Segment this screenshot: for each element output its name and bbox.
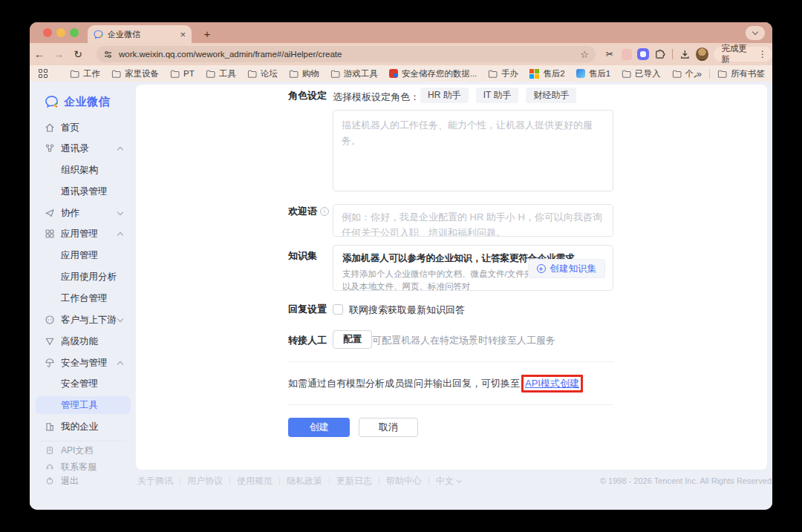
site-info-icon[interactable] (103, 50, 113, 59)
sidebar-item-contacts-management[interactable]: 通讯录管理 (30, 183, 136, 200)
sidebar-divider (39, 441, 127, 441)
tab-close-icon[interactable]: × (180, 30, 186, 39)
role-description-textarea[interactable] (333, 110, 613, 191)
bookmark-link[interactable]: 售后1 (576, 68, 610, 79)
sidebar-item-app-management-group[interactable]: 应用管理 (30, 225, 136, 243)
forward-button[interactable]: → (49, 48, 68, 60)
footer-link-usage[interactable]: 使用规范 (230, 475, 279, 487)
folder-icon (70, 70, 79, 78)
bookmark-star-icon[interactable]: ☆ (580, 49, 589, 60)
logo-text: 企业微信 (64, 95, 110, 109)
bookmark-label: 个人博客 (685, 68, 697, 79)
footer-link-privacy[interactable]: 隐私政策 (280, 475, 329, 487)
sidebar-item-app-usage-analysis[interactable]: 应用使用分析 (30, 268, 136, 286)
bookmark-folder[interactable]: 游戏工具 (330, 68, 378, 79)
sidebar-item-security-management[interactable]: 安全管理 (30, 375, 136, 393)
footer-link-agreement[interactable]: 用户协议 (180, 475, 229, 487)
footer-link-help[interactable]: 帮助中心 (379, 475, 428, 487)
browser-menu-icon[interactable]: ⋮ (758, 49, 767, 59)
bookmark-folder[interactable]: 个人博客 (672, 68, 697, 79)
wechat-work-logo-icon (45, 95, 59, 109)
sidebar-item-advanced-features[interactable]: 高级功能 (30, 332, 136, 350)
configure-handoff-button[interactable]: 配置 (333, 330, 372, 349)
sidebar-item-security-management-group[interactable]: 安全与管理 (30, 354, 136, 372)
bookmarks-overflow-icon[interactable]: » (697, 68, 702, 79)
wechat-work-logo[interactable]: 企业微信 (45, 95, 110, 109)
sidebar-item-api-docs[interactable]: API文档 (30, 443, 136, 458)
security-extension-icon (389, 69, 398, 78)
info-icon: i (320, 207, 329, 216)
bookmark-link[interactable]: 售后2 (529, 68, 564, 79)
sidebar-item-contact-support[interactable]: 联系客服 (30, 459, 136, 474)
all-bookmarks-button[interactable]: 所有书签 (717, 68, 765, 79)
sidebar-item-customers[interactable]: 客户与上下游 (30, 311, 136, 329)
sidebar-item-management-tools[interactable]: 管理工具 (36, 396, 131, 414)
create-knowledge-set-button[interactable]: 创建知识集 (528, 259, 606, 278)
sidebar-item-my-company[interactable]: 我的企业 (30, 418, 136, 436)
sidebar-item-app-management[interactable]: 应用管理 (30, 246, 136, 264)
create-button[interactable]: 创建 (288, 418, 350, 437)
cancel-button[interactable]: 取消 (359, 418, 418, 437)
window-close-button[interactable] (43, 28, 52, 37)
window-minimize-button[interactable] (56, 28, 65, 37)
sidebar-item-contacts[interactable]: 通讯录 (30, 139, 136, 157)
bookmarks-right: » 所有书签 (697, 68, 765, 79)
window-zoom-button[interactable] (70, 28, 79, 37)
web-search-checkbox[interactable] (333, 304, 343, 315)
template-hr-button[interactable]: HR 助手 (420, 88, 469, 103)
extension-row: ✂ 完成更新 ⋮ (603, 43, 772, 65)
sidebar-item-home[interactable]: 首页 (30, 119, 136, 137)
sidebar-item-org-structure[interactable]: 组织架构 (30, 161, 136, 179)
bookmark-label: 售后2 (543, 68, 564, 79)
language-selector[interactable]: 中文 (429, 475, 461, 487)
bookmark-folder[interactable]: 家里设备 (111, 68, 159, 79)
template-it-button[interactable]: IT 助手 (476, 88, 519, 103)
sidebar-item-logout[interactable]: 退出 (30, 473, 136, 488)
bookmark-label: 游戏工具 (344, 68, 378, 79)
microsoft-icon (529, 69, 539, 79)
update-browser-button[interactable]: 完成更新 ⋮ (714, 47, 772, 62)
new-tab-button[interactable]: + (199, 26, 215, 42)
bookmark-label: 工具 (219, 68, 236, 79)
bookmark-folder[interactable]: 论坛 (247, 68, 278, 79)
bookmark-folder[interactable]: 工作 (70, 68, 100, 79)
folder-icon (488, 70, 498, 78)
tab-search-button[interactable] (746, 26, 765, 40)
sidebar-item-workbench-management[interactable]: 工作台管理 (30, 289, 136, 307)
url-text[interactable]: work.weixin.qq.com/wework_admin/frame#/a… (119, 50, 574, 59)
bookmark-label: 安全储存您的数据... (402, 68, 477, 79)
bookmark-folder[interactable]: 购物 (289, 68, 319, 79)
profile-avatar[interactable] (696, 47, 709, 61)
folder-icon (622, 70, 631, 78)
downloads-icon[interactable] (679, 49, 691, 60)
template-finance-button[interactable]: 财经助手 (526, 88, 576, 103)
knowledge-set-box: 添加机器人可以参考的企业知识，让答案更符合企业需求 支持添加个人企业微信中的文档… (333, 245, 613, 291)
disabled-extension-icon[interactable] (622, 49, 633, 60)
extensions-puzzle-icon[interactable] (654, 49, 665, 60)
handoff-description: 可配置机器人在特定场景时转接至人工服务 (372, 334, 555, 347)
screenshot-extension-icon[interactable]: ✂ (603, 47, 616, 61)
footer-links: 关于腾讯 用户协议 使用规范 隐私政策 更新日志 帮助中心 中文 (137, 475, 461, 487)
sidebar-item-collaboration[interactable]: 协作 (30, 204, 136, 222)
web-search-checkbox-label[interactable]: 联网搜索获取最新知识回答 (349, 303, 465, 317)
bookmark-link[interactable]: 安全储存您的数据... (389, 68, 477, 79)
bookmark-folder[interactable]: 已导入 (622, 68, 661, 79)
api-mode-create-link[interactable]: API模式创建 (525, 378, 579, 389)
footer-link-about[interactable]: 关于腾讯 (137, 475, 180, 487)
footer-link-changelog[interactable]: 更新日志 (330, 475, 379, 487)
blue-extension-icon[interactable] (637, 48, 649, 60)
chevron-down-icon (752, 29, 758, 35)
url-bar[interactable]: work.weixin.qq.com/wework_admin/frame#/a… (97, 46, 596, 62)
chevron-down-icon (117, 316, 123, 322)
apps-shortcut-icon[interactable] (39, 69, 48, 78)
bookmark-folder[interactable]: 工具 (206, 68, 236, 79)
chevron-up-icon (117, 232, 123, 238)
welcome-message-textarea[interactable] (333, 204, 613, 237)
bookmark-label: 售后1 (589, 68, 610, 79)
bookmark-folder[interactable]: PT (170, 69, 195, 78)
browser-tab[interactable]: 企业微信 × (88, 25, 192, 43)
bookmark-folder[interactable]: 手办 (488, 68, 518, 79)
back-button[interactable]: ← (30, 48, 49, 60)
bookmark-label: 家里设备 (125, 68, 159, 79)
reload-button[interactable]: ↻ (68, 48, 88, 60)
